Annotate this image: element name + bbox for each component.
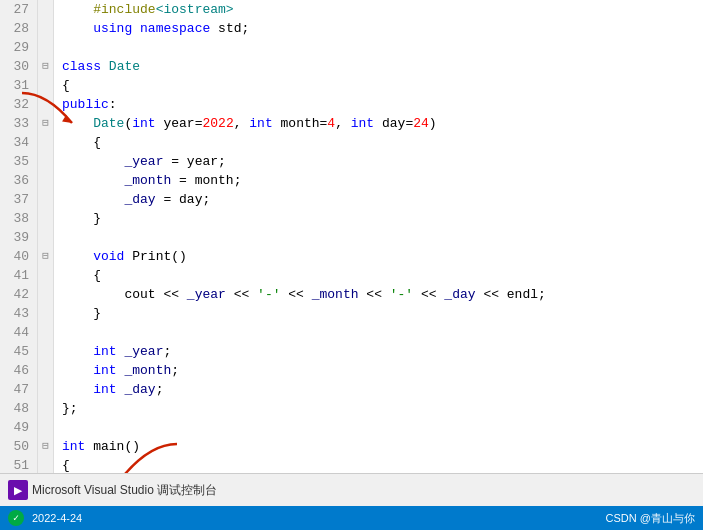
status-brand: CSDN @青山与你 bbox=[606, 511, 695, 526]
code-editor: 2728293031323334353637383940414243444546… bbox=[0, 0, 703, 473]
line-number: 29 bbox=[8, 38, 29, 57]
line-number: 44 bbox=[8, 323, 29, 342]
taskbar-label: Microsoft Visual Studio 调试控制台 bbox=[32, 482, 217, 499]
line-number: 36 bbox=[8, 171, 29, 190]
status-date: 2022-4-24 bbox=[32, 512, 82, 524]
line-number: 50 bbox=[8, 437, 29, 456]
line-numbers: 2728293031323334353637383940414243444546… bbox=[0, 0, 38, 473]
fold-indicator[interactable]: ⊟ bbox=[38, 437, 53, 456]
code-line: void Print() bbox=[62, 247, 703, 266]
fold-indicator[interactable] bbox=[38, 323, 53, 342]
fold-indicator[interactable] bbox=[38, 456, 53, 473]
code-line: int _month; bbox=[62, 361, 703, 380]
line-number: 39 bbox=[8, 228, 29, 247]
line-number: 28 bbox=[8, 19, 29, 38]
code-line: { bbox=[62, 76, 703, 95]
line-number: 40 bbox=[8, 247, 29, 266]
code-line: using namespace std; bbox=[62, 19, 703, 38]
fold-indicator[interactable] bbox=[38, 38, 53, 57]
line-number: 51 bbox=[8, 456, 29, 473]
code-line: } bbox=[62, 209, 703, 228]
fold-indicator[interactable] bbox=[38, 304, 53, 323]
code-line: { bbox=[62, 133, 703, 152]
code-line: int main() bbox=[62, 437, 703, 456]
fold-indicator[interactable] bbox=[38, 0, 53, 19]
code-content: #include<iostream> using namespace std;c… bbox=[54, 0, 703, 473]
line-number: 33 bbox=[8, 114, 29, 133]
fold-indicator[interactable] bbox=[38, 228, 53, 247]
code-line: class Date bbox=[62, 57, 703, 76]
line-number: 32 bbox=[8, 95, 29, 114]
fold-indicator[interactable] bbox=[38, 171, 53, 190]
code-line: int _year; bbox=[62, 342, 703, 361]
code-line bbox=[62, 323, 703, 342]
vs-icon: ▶ bbox=[8, 480, 28, 500]
fold-indicator[interactable]: ⊟ bbox=[38, 114, 53, 133]
line-number: 43 bbox=[8, 304, 29, 323]
code-line bbox=[62, 418, 703, 437]
fold-indicator[interactable] bbox=[38, 285, 53, 304]
code-line: Date(int year=2022, int month=4, int day… bbox=[62, 114, 703, 133]
code-line bbox=[62, 228, 703, 247]
line-number: 42 bbox=[8, 285, 29, 304]
fold-indicator[interactable] bbox=[38, 190, 53, 209]
fold-indicator[interactable] bbox=[38, 361, 53, 380]
line-number: 47 bbox=[8, 380, 29, 399]
line-number: 30 bbox=[8, 57, 29, 76]
fold-indicator[interactable] bbox=[38, 418, 53, 437]
taskbar-left: ▶ Microsoft Visual Studio 调试控制台 bbox=[8, 480, 217, 500]
code-line: { bbox=[62, 266, 703, 285]
fold-indicator[interactable] bbox=[38, 133, 53, 152]
code-line: _month = month; bbox=[62, 171, 703, 190]
fold-area: ⊟⊟⊟⊟ bbox=[38, 0, 54, 473]
line-number: 41 bbox=[8, 266, 29, 285]
line-number: 34 bbox=[8, 133, 29, 152]
code-line: cout << _year << '-' << _month << '-' <<… bbox=[62, 285, 703, 304]
code-line: int _day; bbox=[62, 380, 703, 399]
code-line: public: bbox=[62, 95, 703, 114]
status-bar: ✓ 2022-4-24 CSDN @青山与你 bbox=[0, 506, 703, 530]
line-number: 49 bbox=[8, 418, 29, 437]
code-line: }; bbox=[62, 399, 703, 418]
fold-indicator[interactable] bbox=[38, 19, 53, 38]
line-number: 48 bbox=[8, 399, 29, 418]
line-number: 35 bbox=[8, 152, 29, 171]
line-number: 38 bbox=[8, 209, 29, 228]
code-line: } bbox=[62, 304, 703, 323]
code-line: _year = year; bbox=[62, 152, 703, 171]
code-line: _day = day; bbox=[62, 190, 703, 209]
fold-indicator[interactable] bbox=[38, 76, 53, 95]
fold-indicator[interactable]: ⊟ bbox=[38, 57, 53, 76]
code-line: { bbox=[62, 456, 703, 473]
fold-indicator[interactable] bbox=[38, 342, 53, 361]
line-number: 27 bbox=[8, 0, 29, 19]
fold-indicator[interactable] bbox=[38, 95, 53, 114]
fold-indicator[interactable] bbox=[38, 209, 53, 228]
status-ok-icon: ✓ bbox=[8, 510, 24, 526]
code-line bbox=[62, 38, 703, 57]
line-number: 37 bbox=[8, 190, 29, 209]
fold-indicator[interactable] bbox=[38, 380, 53, 399]
line-number: 31 bbox=[8, 76, 29, 95]
line-number: 45 bbox=[8, 342, 29, 361]
taskbar: ▶ Microsoft Visual Studio 调试控制台 bbox=[0, 473, 703, 506]
fold-indicator[interactable] bbox=[38, 399, 53, 418]
fold-indicator[interactable] bbox=[38, 266, 53, 285]
code-line: #include<iostream> bbox=[62, 0, 703, 19]
fold-indicator[interactable]: ⊟ bbox=[38, 247, 53, 266]
line-number: 46 bbox=[8, 361, 29, 380]
fold-indicator[interactable] bbox=[38, 152, 53, 171]
